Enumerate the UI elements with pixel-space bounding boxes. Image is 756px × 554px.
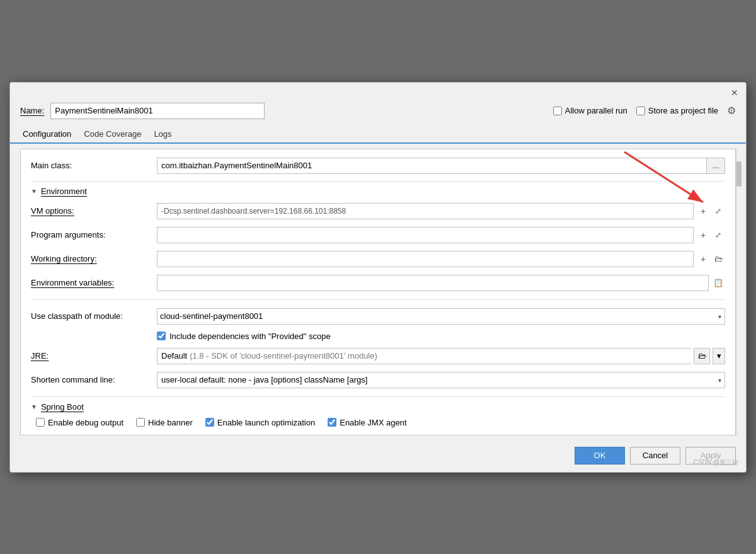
main-class-label: Main class: (31, 161, 157, 170)
env-vars-copy-button[interactable]: 📋 (711, 276, 725, 290)
name-label: Name: (20, 106, 44, 115)
working-dir-folder-button[interactable]: 🗁 (711, 252, 725, 266)
enable-debug-item: Enable debug output (36, 418, 123, 427)
working-dir-row: Working directory: + 🗁 (31, 250, 725, 268)
jre-select-wrapper: Default (1.8 - SDK of 'cloud-sentinel-pa… (157, 348, 725, 364)
jre-default-text: Default (161, 351, 187, 361)
main-class-row: Main class: ... (31, 157, 725, 175)
spring-boot-section: ▼ Spring Boot Enable debug output Hide b… (31, 402, 725, 427)
enable-launch-checkbox[interactable] (205, 418, 214, 427)
allow-parallel-run-group: Allow parallel run (553, 106, 627, 115)
use-classpath-label: Use classpath of module: (31, 311, 157, 321)
working-dir-add-button[interactable]: + (696, 252, 710, 266)
scrollbar[interactable] (736, 149, 741, 436)
tabs-bar: Configuration Code Coverage Logs (10, 125, 746, 144)
use-classpath-row: Use classpath of module: cloud-sentinel-… (31, 308, 725, 325)
hide-banner-item: Hide banner (136, 418, 193, 427)
jre-dropdown-wrapper: ▾ (713, 348, 725, 364)
store-as-project-file-label: Store as project file (648, 106, 718, 115)
watermark: CSDN @是三好 (694, 458, 738, 467)
vm-options-add-button[interactable]: + (696, 204, 710, 218)
enable-debug-checkbox[interactable] (36, 418, 45, 427)
cancel-button[interactable]: Cancel (630, 447, 680, 465)
allow-parallel-run-label: Allow parallel run (565, 106, 627, 115)
environment-collapse-icon[interactable]: ▼ (31, 188, 37, 195)
enable-jmx-checkbox[interactable] (328, 418, 336, 427)
hide-banner-checkbox[interactable] (136, 418, 145, 427)
tab-configuration[interactable]: Configuration (20, 125, 79, 144)
enable-launch-label: Enable launch optimization (217, 418, 315, 427)
working-dir-input[interactable] (157, 251, 694, 267)
content-area: Main class: ... ▼ Environment VM options… (20, 149, 736, 436)
vm-options-expand-button[interactable]: ⤢ (711, 204, 725, 218)
include-dependencies-row: Include dependencies with "Provided" sco… (31, 332, 725, 341)
program-args-icons: + ⤢ (696, 228, 725, 242)
include-dependencies-checkbox[interactable] (157, 332, 166, 340)
enable-debug-label: Enable debug output (48, 418, 123, 427)
name-input[interactable] (50, 103, 265, 119)
jre-dropdown-button[interactable]: ▾ (713, 348, 725, 364)
enable-jmx-item: Enable JMX agent (328, 418, 406, 427)
spring-boot-section-header: ▼ Spring Boot (31, 402, 725, 412)
gear-icon[interactable]: ⚙ (727, 105, 736, 117)
spring-boot-collapse-icon[interactable]: ▼ (31, 403, 37, 410)
environment-section-header: ▼ Environment (31, 187, 725, 196)
jre-label: JRE: (31, 351, 157, 361)
env-vars-row: Environment variables: 📋 (31, 274, 725, 292)
main-class-input-group: ... (157, 158, 725, 174)
store-as-project-file-group: Store as project file (636, 106, 718, 115)
jre-detail-text: (1.8 - SDK of 'cloud-sentinel-payment800… (190, 351, 377, 361)
working-dir-icons: + 🗁 (696, 252, 725, 266)
close-button[interactable]: ✕ (728, 86, 741, 99)
ok-button[interactable]: OK (575, 447, 625, 465)
main-class-browse-button[interactable]: ... (706, 158, 725, 174)
enable-jmx-label: Enable JMX agent (340, 418, 406, 427)
program-args-input[interactable] (157, 227, 694, 243)
header-right: Allow parallel run Store as project file… (553, 105, 736, 117)
run-config-dialog: ✕ Name: Allow parallel run Store as proj… (9, 82, 747, 473)
include-dependencies-label: Include dependencies with "Provided" sco… (169, 332, 331, 341)
vm-options-icons: + ⤢ (696, 204, 725, 218)
header-row: Name: Allow parallel run Store as projec… (10, 99, 746, 125)
content-outer: Main class: ... ▼ Environment VM options… (15, 149, 741, 436)
vm-options-row: VM options: + ⤢ (31, 202, 725, 220)
env-vars-icons: 📋 (711, 276, 725, 290)
program-args-row: Program arguments: + ⤢ (31, 226, 725, 244)
scrollbar-thumb (736, 161, 742, 187)
shorten-select[interactable]: user-local default: none - java [options… (157, 372, 725, 388)
main-class-input[interactable] (157, 158, 706, 174)
shorten-select-wrapper: user-local default: none - java [options… (157, 372, 725, 388)
env-vars-label: Environment variables: (31, 278, 157, 287)
vm-options-label: VM options: (31, 206, 157, 216)
allow-parallel-run-checkbox[interactable] (553, 107, 562, 115)
button-row: OK Cancel Apply (10, 441, 746, 472)
use-classpath-select[interactable]: cloud-sentinel-payment8001 (157, 308, 725, 325)
store-as-project-file-checkbox[interactable] (636, 107, 645, 115)
hide-banner-label: Hide banner (148, 418, 193, 427)
shorten-label: Shorten command line: (31, 375, 157, 384)
jre-value-display: Default (1.8 - SDK of 'cloud-sentinel-pa… (157, 348, 691, 364)
title-bar: ✕ (10, 83, 746, 99)
tab-code-coverage[interactable]: Code Coverage (81, 125, 149, 144)
env-vars-input[interactable] (157, 275, 709, 291)
tab-logs[interactable]: Logs (151, 125, 179, 144)
jre-folder-button[interactable]: 🗁 (694, 348, 710, 364)
spring-boot-label: Spring Boot (41, 402, 84, 412)
spring-checkboxes: Enable debug output Hide banner Enable l… (31, 418, 725, 427)
use-classpath-select-wrapper: cloud-sentinel-payment8001 ▾ (157, 308, 725, 325)
vm-options-input[interactable] (157, 203, 694, 219)
program-args-label: Program arguments: (31, 230, 157, 239)
environment-label: Environment (41, 187, 87, 196)
working-dir-label: Working directory: (31, 254, 157, 263)
program-args-add-button[interactable]: + (696, 228, 710, 242)
program-args-expand-button[interactable]: ⤢ (711, 228, 725, 242)
jre-row: JRE: Default (1.8 - SDK of 'cloud-sentin… (31, 347, 725, 365)
shorten-row: Shorten command line: user-local default… (31, 371, 725, 389)
enable-launch-item: Enable launch optimization (205, 418, 315, 427)
